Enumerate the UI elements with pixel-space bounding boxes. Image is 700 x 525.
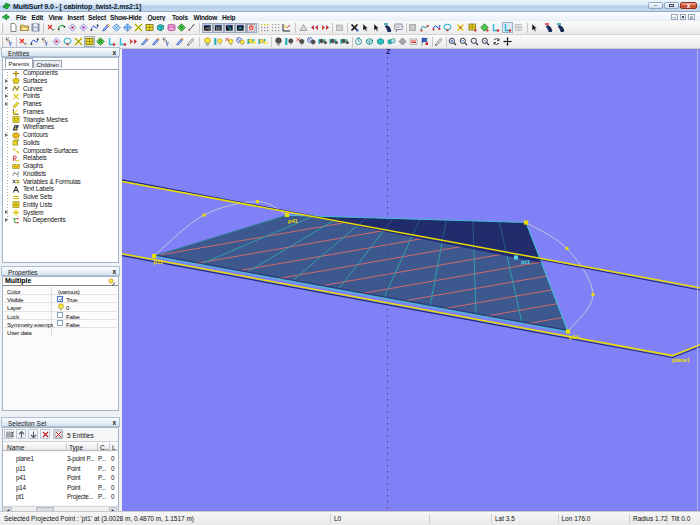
svg-text:pt1: pt1 <box>521 259 531 265</box>
svg-text:Y: Y <box>45 41 49 47</box>
svg-text:p11: p11 <box>154 259 164 265</box>
svg-text:Y: Y <box>166 41 170 47</box>
svg-text:p14: p14 <box>569 334 580 340</box>
svg-text:Z: Z <box>386 49 391 56</box>
svg-text:plane1: plane1 <box>672 357 691 363</box>
svg-text:p41: p41 <box>288 218 299 224</box>
svg-text:1: 1 <box>17 174 19 177</box>
svg-text:Y: Y <box>9 41 13 47</box>
